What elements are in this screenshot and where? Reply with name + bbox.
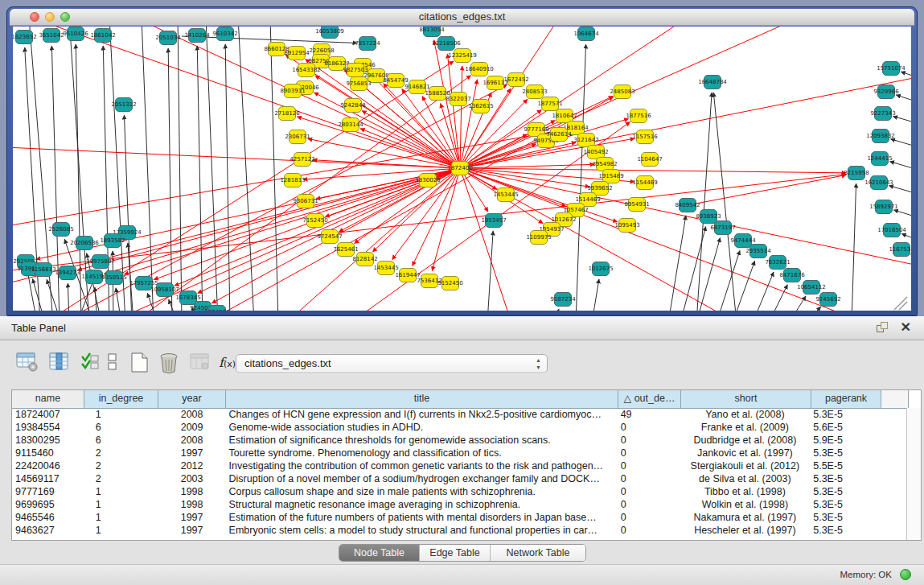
graph-node[interactable]: 9510426 xyxy=(67,27,84,41)
graph-node[interactable]: 15892971 xyxy=(875,200,893,214)
table-settings-icon[interactable] xyxy=(16,352,40,376)
graph-node[interactable]: 1394273 xyxy=(59,266,76,280)
graph-node[interactable]: 7536412 xyxy=(421,274,438,288)
resize-grip[interactable] xyxy=(894,297,907,310)
graph-node[interactable]: 1453445 xyxy=(377,261,395,275)
graph-node[interactable]: 1588520 xyxy=(429,86,446,101)
table-row[interactable]: 1456911722003Disruption of a novel membe… xyxy=(12,472,907,485)
graph-node[interactable]: 10958107 xyxy=(156,282,174,297)
graph-node[interactable]: 1064674 xyxy=(577,27,595,41)
graph-node[interactable]: 2935514 xyxy=(749,244,767,258)
graph-node[interactable]: 1619447 xyxy=(399,268,417,282)
graph-node[interactable]: 12093832 xyxy=(872,129,889,143)
graph-node[interactable]: 16053809 xyxy=(321,27,339,39)
graph-node[interactable]: 8903911 xyxy=(284,84,302,98)
graph-node[interactable]: 1034561 xyxy=(208,305,226,311)
graph-node[interactable]: 8912954 xyxy=(288,46,306,60)
graph-node[interactable]: 1167534 xyxy=(893,242,910,257)
graph-node[interactable]: 7152450 xyxy=(306,213,324,228)
graph-node[interactable]: 9187234 xyxy=(554,292,572,307)
graph-node[interactable]: 1157516 xyxy=(636,130,654,144)
tab-network-table[interactable]: Network Table xyxy=(491,545,585,561)
graph-node[interactable]: 1362615 xyxy=(472,99,490,113)
graph-node[interactable]: 16210643 xyxy=(870,175,888,190)
select-all-columns-icon[interactable] xyxy=(80,352,104,376)
graph-node[interactable]: 1830029 xyxy=(419,173,437,187)
graph-node[interactable]: 9245652 xyxy=(819,292,837,307)
graph-node[interactable]: 9756853 xyxy=(350,76,368,91)
graph-node[interactable]: 8322037 xyxy=(450,92,467,106)
table-row[interactable]: 2242004622012Investigating the contribut… xyxy=(12,459,907,472)
graph-node[interactable]: 1872400 xyxy=(451,161,469,175)
graph-node[interactable]: 8660128 xyxy=(268,42,285,56)
graph-node[interactable]: 1244415 xyxy=(871,151,889,166)
graph-node[interactable]: 1156813 xyxy=(35,262,52,277)
graph-node[interactable]: 8813054 xyxy=(423,27,441,37)
graph-node[interactable]: 20206536 xyxy=(76,236,93,250)
toggle-columns-icon[interactable] xyxy=(48,352,72,376)
column-header-spacer[interactable] xyxy=(881,390,909,408)
graph-node[interactable]: 7462614 xyxy=(550,127,568,142)
graph-node[interactable]: 7857224 xyxy=(359,36,376,51)
graph-node[interactable]: 1672452 xyxy=(507,72,525,87)
graph-node[interactable]: 9610342 xyxy=(216,27,234,41)
graph-node[interactable]: 15751074 xyxy=(882,61,900,76)
table-row[interactable]: 946362711997Embryonic stem cells: a mode… xyxy=(12,524,907,537)
table-selector[interactable]: citations_edges.txt ▲▼ xyxy=(236,354,548,373)
graph-node[interactable]: 6873197 xyxy=(714,220,732,235)
graph-node[interactable]: 2051034 xyxy=(159,31,177,45)
graph-node[interactable]: 1154469 xyxy=(636,175,654,190)
table-row[interactable]: 977716911998Corpus callosum shape and si… xyxy=(12,485,907,498)
graph-node[interactable]: 8454749 xyxy=(387,73,405,88)
graph-node[interactable]: 12218506 xyxy=(437,36,455,51)
column-header-short[interactable]: short xyxy=(681,390,811,408)
network-canvas[interactable]: 1872400866012889129542226058982750816543… xyxy=(13,27,911,311)
column-header-year[interactable]: year xyxy=(158,390,226,408)
graph-node[interactable]: 10975887 xyxy=(92,254,109,269)
graph-node[interactable]: 9329966 xyxy=(877,84,895,99)
graph-node[interactable]: 1012675 xyxy=(592,262,610,276)
graph-node[interactable]: 8471676 xyxy=(783,268,801,282)
graph-node[interactable]: 1696117 xyxy=(487,76,504,90)
column-header-out_de…[interactable]: △ out_de… xyxy=(618,390,681,408)
graph-node[interactable]: 1109975 xyxy=(530,230,548,245)
graph-node[interactable]: 1281813 xyxy=(284,173,302,187)
column-header-pagerank[interactable]: pagerank xyxy=(811,390,881,408)
graph-node[interactable]: 2051312 xyxy=(115,97,133,112)
graph-node[interactable]: 3410264 xyxy=(188,28,206,43)
column-header-name[interactable]: name xyxy=(12,390,84,408)
graph-node[interactable]: 10654112 xyxy=(803,280,820,295)
graph-node[interactable]: 9827503 xyxy=(347,63,364,77)
graph-node[interactable]: 1953457 xyxy=(485,213,503,228)
graph-node[interactable]: 9152450 xyxy=(441,276,459,290)
column-header-in_degree[interactable]: in_degree xyxy=(84,390,158,408)
graph-node[interactable]: 7632621 xyxy=(769,255,786,270)
graph-node[interactable]: 7625461 xyxy=(337,242,355,257)
table-row[interactable]: 911546021997Tourette syndrome. Phenomeno… xyxy=(12,447,907,459)
graph-node[interactable]: 8128142 xyxy=(356,252,374,266)
table-scrollbar[interactable] xyxy=(906,408,921,540)
window-titlebar[interactable]: citations_edges.txt xyxy=(10,9,914,26)
graph-node[interactable]: 1893582 xyxy=(104,233,121,248)
graph-node[interactable]: 16648784 xyxy=(704,75,721,89)
delete-table-icon[interactable] xyxy=(158,352,182,376)
table-row[interactable]: 969969511998Structural magnetic resonanc… xyxy=(12,498,907,511)
table-row[interactable]: 1830029562008Estimation of significance … xyxy=(12,434,907,447)
graph-node[interactable]: 2408533 xyxy=(526,84,544,99)
graph-node[interactable]: 1145194 xyxy=(85,270,103,284)
column-header-title[interactable]: title xyxy=(226,390,618,408)
graph-node[interactable]: 8954931 xyxy=(628,197,646,212)
graph-node[interactable]: 1861042 xyxy=(94,28,112,43)
table-row[interactable]: 1938455462009Genome-wide association stu… xyxy=(12,421,907,434)
table-row[interactable]: 1872400712008Changes of HCN gene express… xyxy=(12,408,907,421)
graph-node[interactable]: 3651042 xyxy=(43,28,60,43)
graph-node[interactable]: 8409542 xyxy=(679,198,696,212)
graph-node[interactable]: 1350515 xyxy=(105,270,123,285)
graph-node[interactable]: 12325419 xyxy=(454,48,471,63)
graph-node[interactable]: 2718126 xyxy=(278,106,296,121)
create-table-icon[interactable] xyxy=(129,352,153,376)
graph-node[interactable]: 8215958 xyxy=(848,166,865,180)
graph-node[interactable]: 16543382 xyxy=(298,63,315,77)
graph-node[interactable]: 1095493 xyxy=(618,218,636,233)
graph-node[interactable]: 9724547 xyxy=(321,229,339,244)
